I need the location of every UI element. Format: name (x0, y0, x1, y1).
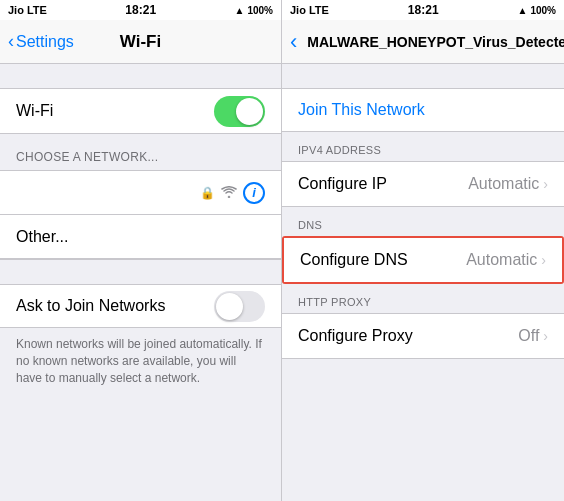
http-proxy-header: HTTP PROXY (282, 284, 564, 313)
right-carrier-text: Jio LTE (290, 4, 329, 16)
configure-ip-chevron: › (543, 176, 548, 192)
ask-join-label: Ask to Join Networks (16, 297, 214, 315)
configure-dns-label: Configure DNS (300, 251, 466, 269)
right-nav-title: MALWARE_HONEYPOT_Virus_Detected (307, 34, 564, 50)
network-info-button[interactable]: i (243, 182, 265, 204)
left-nav-title: Wi-Fi (120, 32, 161, 52)
proxy-group: Configure Proxy Off › (282, 313, 564, 359)
carrier-text: Jio LTE (8, 4, 47, 16)
wifi-label: Wi-Fi (16, 102, 214, 120)
left-status-right: ▲ 100% (235, 5, 273, 16)
right-battery-text: 100% (530, 5, 556, 16)
dns-header: DNS (282, 207, 564, 236)
choose-network-header: CHOOSE A NETWORK... (0, 134, 281, 170)
configure-ip-label: Configure IP (298, 175, 468, 193)
other-label: Other... (16, 228, 68, 246)
join-section: Join This Network (282, 88, 564, 132)
right-panel: Jio LTE 18:21 ▲ 100% ‹ MALWARE_HONEYPOT_… (282, 0, 564, 501)
configure-dns-chevron: › (541, 252, 546, 268)
ask-join-toggle[interactable] (214, 291, 265, 322)
right-back-button[interactable]: ‹ (290, 31, 297, 53)
join-link[interactable]: Join This Network (298, 101, 425, 118)
right-status-right: ▲ 100% (518, 5, 556, 16)
configure-dns-row[interactable]: Configure DNS Automatic › (284, 238, 562, 282)
configure-proxy-label: Configure Proxy (298, 327, 518, 345)
ask-join-knob (216, 293, 243, 320)
wifi-toggle-group: Wi-Fi (0, 88, 281, 134)
network-row: 🔒 i (0, 171, 281, 215)
back-label: Settings (16, 33, 74, 51)
configure-proxy-row[interactable]: Configure Proxy Off › (282, 314, 564, 358)
wifi-toggle[interactable] (214, 96, 265, 127)
back-chevron-icon: ‹ (8, 31, 14, 52)
right-nav-bar: ‹ MALWARE_HONEYPOT_Virus_Detected (282, 20, 564, 64)
ask-join-description: Known networks will be joined automatica… (0, 328, 281, 402)
configure-ip-value: Automatic (468, 175, 539, 193)
ipv4-header: IPV4 ADDRESS (282, 132, 564, 161)
left-status-carrier: Jio LTE (8, 4, 47, 16)
network-list-group: 🔒 i Other... (0, 170, 281, 260)
left-nav-bar: ‹ Settings Wi-Fi (0, 20, 281, 64)
ask-join-section: Ask to Join Networks Known networks will… (0, 284, 281, 402)
signal-icon: ▲ (235, 5, 245, 16)
ask-join-row: Ask to Join Networks (0, 284, 281, 328)
toggle-knob (236, 98, 263, 125)
right-status-time: 18:21 (408, 3, 439, 17)
info-letter: i (252, 185, 256, 200)
right-status-carrier: Jio LTE (290, 4, 329, 16)
wifi-signal-icon (221, 185, 237, 201)
lock-icon: 🔒 (200, 186, 215, 200)
back-button[interactable]: ‹ Settings (8, 31, 74, 52)
left-panel: Jio LTE 18:21 ▲ 100% ‹ Settings Wi-Fi Wi… (0, 0, 282, 501)
configure-dns-value: Automatic (466, 251, 537, 269)
wifi-toggle-row: Wi-Fi (0, 89, 281, 133)
left-status-bar: Jio LTE 18:21 ▲ 100% (0, 0, 281, 20)
configure-proxy-chevron: › (543, 328, 548, 344)
ipv4-group: Configure IP Automatic › (282, 161, 564, 207)
right-signal-icon: ▲ (518, 5, 528, 16)
battery-text: 100% (247, 5, 273, 16)
dns-group: Configure DNS Automatic › (282, 236, 564, 284)
right-status-bar: Jio LTE 18:21 ▲ 100% (282, 0, 564, 20)
configure-proxy-value: Off (518, 327, 539, 345)
other-network-row[interactable]: Other... (0, 215, 281, 259)
configure-ip-row[interactable]: Configure IP Automatic › (282, 162, 564, 206)
left-status-time: 18:21 (125, 3, 156, 17)
